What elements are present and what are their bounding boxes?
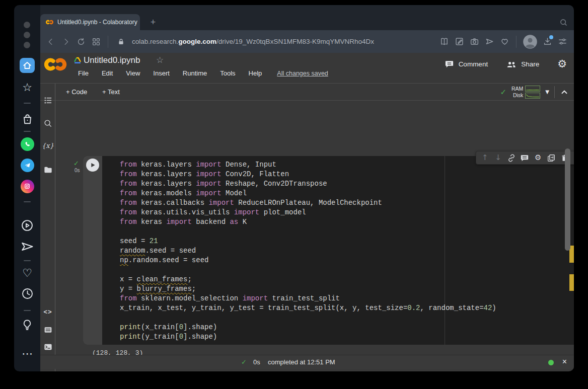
home-icon [20, 58, 35, 73]
dock-item-instagram[interactable] [14, 180, 40, 193]
browser-window: ☆♡⋯ Untitled0.ipynb - Colaboratory + col… [14, 5, 574, 371]
menu-runtime[interactable]: Runtime [183, 69, 207, 77]
url-text[interactable]: colab.research.google.com/drive/19_Wz0tq… [132, 38, 374, 45]
collapse-chevron-up-icon[interactable] [560, 88, 569, 97]
table-of-contents-icon[interactable] [40, 96, 55, 105]
code-line: y = blurry_frames; [120, 284, 563, 294]
footer-close-icon[interactable]: × [562, 357, 567, 366]
dock-item-whatsapp[interactable] [14, 137, 40, 150]
dock-item-star[interactable]: ☆ [14, 81, 40, 94]
menu-file[interactable]: File [78, 69, 89, 77]
notebook-title[interactable]: Untitled0.ipynb [84, 55, 140, 65]
menu-help[interactable]: Help [249, 69, 262, 77]
download-badge [549, 35, 553, 39]
profile-avatar[interactable] [523, 34, 538, 49]
variables-icon[interactable]: {x} [40, 142, 55, 149]
cell-gutter [83, 156, 102, 345]
reading-list-icon[interactable] [436, 34, 452, 49]
chevron-down-icon[interactable]: ▼ [545, 89, 549, 95]
terminal-icon[interactable] [40, 342, 55, 352]
files-icon[interactable] [40, 165, 55, 175]
colab-page: Untitled0.ipynb ☆ FileEditViewInsertRunt… [40, 53, 574, 371]
code-snippets-icon[interactable]: <> [40, 308, 55, 316]
colab-logo [43, 56, 68, 72]
toolbar-divider [554, 86, 555, 98]
add-code-button[interactable]: + Code [66, 84, 87, 100]
dock-divider [24, 103, 31, 104]
dock-item-home[interactable] [14, 59, 40, 72]
changes-saved-link[interactable]: All changes saved [277, 70, 328, 77]
browser-tab[interactable]: Untitled0.ipynb - Colaboratory [40, 14, 140, 30]
window-control-2[interactable] [24, 32, 30, 38]
settings-sliders-icon[interactable] [555, 34, 570, 49]
window-control-3[interactable] [24, 42, 30, 48]
lock-icon [117, 38, 125, 46]
dock-divider [24, 260, 31, 261]
reload-icon[interactable] [74, 34, 89, 49]
new-tab-button[interactable]: + [147, 16, 159, 28]
code-editor[interactable]: from keras.layers import Dense, Inputfro… [120, 160, 563, 342]
colab-sidebar-rail: {x}<> [40, 84, 55, 371]
forward-icon[interactable] [58, 34, 74, 49]
search-icon[interactable] [559, 18, 568, 27]
notebook-toolbar: + Code + Text ✓ RAM Disk ▼ [40, 83, 574, 101]
tab-strip: Untitled0.ipynb - Colaboratory + [40, 5, 574, 30]
dock-item-send[interactable] [14, 240, 40, 253]
heart-icon[interactable] [497, 34, 512, 49]
cell-settings-icon[interactable]: ⚙ [533, 153, 543, 163]
toolbar-divider [516, 36, 517, 48]
execution-status-bar: ✓ 0s completed at 12:51 PM × [40, 355, 574, 369]
dock-divider [24, 201, 31, 202]
dock-item-play-circle[interactable] [14, 219, 40, 232]
copy-cell-icon[interactable] [546, 153, 556, 163]
menu-edit[interactable]: Edit [102, 69, 113, 77]
screenshot-icon[interactable] [467, 34, 482, 49]
tab-overview-icon[interactable] [89, 34, 104, 49]
add-text-button[interactable]: + Text [102, 84, 120, 100]
comment-icon[interactable] [520, 153, 530, 163]
dock-item-clock[interactable] [14, 287, 40, 300]
star-icon[interactable]: ☆ [156, 55, 164, 65]
scrollbar-thumb[interactable] [565, 148, 570, 251]
dock-divider [24, 310, 31, 311]
move-up-icon[interactable]: ↑ [480, 153, 490, 163]
comment-button[interactable]: Comment [445, 59, 488, 69]
menu-insert[interactable]: Insert [153, 69, 170, 77]
code-line: from keras.utils.vis_utils import plot_m… [120, 208, 563, 217]
code-line: print(y_train[0].shape) [120, 332, 563, 342]
search-icon[interactable] [40, 119, 55, 128]
comment-icon [445, 59, 454, 69]
window-control-1[interactable] [24, 22, 30, 28]
connected-check-icon: ✓ [500, 88, 506, 97]
dock-item-lightbulb[interactable] [14, 318, 40, 331]
code-line: from keras.layers import Conv2D, Flatten [120, 170, 563, 179]
footer-check-icon: ✓ [241, 358, 247, 366]
code-line: from sklearn.model_selection import trai… [120, 294, 563, 303]
send-icon[interactable] [482, 34, 497, 49]
dock-item-telegram[interactable] [14, 159, 40, 172]
downloads-icon[interactable] [540, 34, 555, 49]
resources-widget[interactable]: ✓ RAM Disk ▼ [500, 84, 574, 100]
more-icon[interactable]: ⋮ [573, 153, 574, 163]
code-line [120, 265, 563, 275]
share-button[interactable]: Share [506, 59, 539, 69]
code-line [120, 227, 563, 237]
menu-view[interactable]: View [126, 69, 140, 77]
compose-icon[interactable] [452, 34, 467, 49]
dock-item-heart[interactable]: ♡ [14, 267, 40, 280]
code-line [120, 313, 563, 323]
menu-tools[interactable]: Tools [220, 69, 235, 77]
settings-gear-icon[interactable]: ⚙ [557, 58, 567, 70]
run-cell-button[interactable] [86, 159, 99, 172]
link-icon[interactable] [506, 153, 517, 163]
back-icon[interactable] [43, 34, 58, 49]
command-palette-icon[interactable] [40, 325, 55, 335]
resource-graphs [525, 86, 540, 99]
code-line: from keras.callbacks import ReduceLROnPl… [120, 198, 563, 208]
code-cell[interactable]: from keras.layers import Dense, Inputfro… [83, 156, 574, 345]
code-line: from keras.models import Model [120, 189, 563, 198]
move-down-icon[interactable]: ↓ [493, 153, 503, 163]
dock-item-more-dots[interactable]: ⋯ [14, 347, 40, 360]
footer-exec-time: 0s [253, 358, 260, 366]
dock-item-shopping-bag[interactable] [14, 113, 40, 126]
